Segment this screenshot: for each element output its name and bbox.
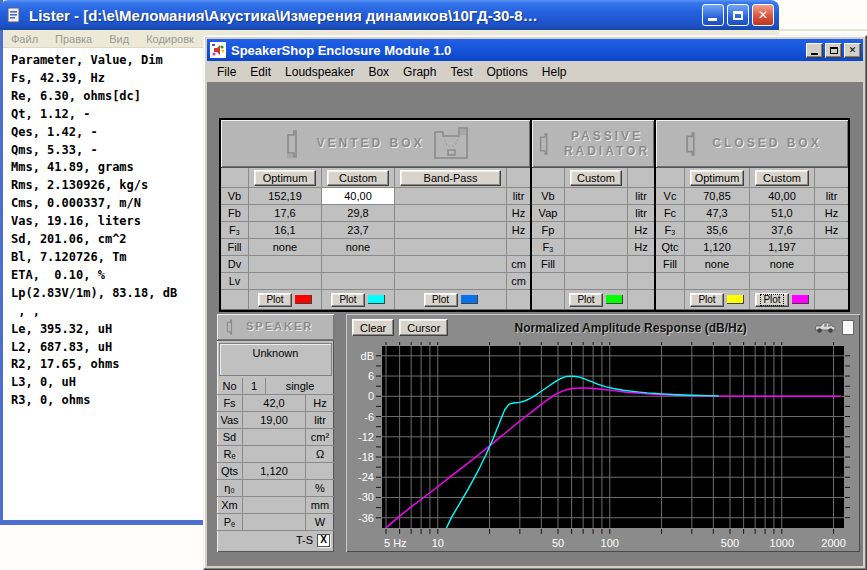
speaker-mode-value[interactable]: single	[266, 378, 334, 394]
graph-option-box[interactable]	[842, 320, 854, 335]
vented-bandpass-lv[interactable]	[395, 273, 506, 289]
vented-custom-fb[interactable]: 29,8	[322, 205, 394, 221]
row-value[interactable]	[243, 429, 306, 445]
plot-row-spacer	[507, 290, 530, 309]
speakershop-menubar: File Edit Loudspeaker Box Graph Test Opt…	[206, 62, 864, 82]
passive-custom-plot-button[interactable]: Plot	[569, 293, 603, 307]
vented-bandpass-dv[interactable]	[395, 256, 506, 272]
vented-custom-f3[interactable]: 23,7	[322, 222, 394, 238]
closed-custom-fill[interactable]: none	[750, 256, 814, 272]
speaker-row-qts: Qts 1,120	[217, 463, 334, 480]
passive-custom-fill[interactable]	[565, 256, 627, 272]
passive-custom-f3[interactable]	[565, 239, 627, 255]
clear-button[interactable]: Clear	[352, 319, 394, 336]
menu-item-graph[interactable]: Graph	[396, 63, 443, 81]
row-unit	[306, 463, 334, 479]
menu-item-edit[interactable]: Edit	[243, 63, 278, 81]
vented-custom-vb-input[interactable]: 40,00	[322, 188, 394, 204]
vented-bandpass-fill[interactable]	[395, 239, 506, 255]
row-value[interactable]: 42,0	[243, 395, 306, 411]
passive-custom-button[interactable]: Custom	[570, 170, 622, 186]
row-label-lv: Lv	[221, 273, 248, 289]
row-label-f3: F₃	[221, 222, 248, 238]
unit-cell: litr	[628, 188, 654, 204]
passive-custom-fp[interactable]	[565, 222, 627, 238]
menu-item-encoding[interactable]: Кодировк	[146, 33, 194, 45]
closed-optimum-fc: 47,3	[685, 205, 749, 221]
lister-titlebar[interactable]: Lister - [d:\e\Меломания\Акустика\Измере…	[0, 0, 779, 30]
cursor-button[interactable]: Cursor	[399, 319, 448, 336]
vented-custom-plot-color	[368, 295, 385, 304]
row-value[interactable]	[243, 446, 306, 462]
lister-minimize-button[interactable]	[702, 4, 724, 26]
menu-item-test[interactable]: Test	[443, 63, 479, 81]
menu-item-box[interactable]: Box	[361, 63, 396, 81]
vented-custom-plot-button[interactable]: Plot	[331, 293, 365, 307]
menu-item-help[interactable]: Help	[535, 63, 574, 81]
menu-item-file[interactable]: File	[210, 63, 243, 81]
closed-custom-button[interactable]: Custom	[755, 170, 809, 186]
vented-bandpass-vb[interactable]	[395, 188, 506, 204]
vented-box-header: VENTED BOX	[221, 120, 530, 168]
closed-optimum-fill[interactable]: none	[685, 256, 749, 272]
plot-row-spacer	[628, 290, 654, 309]
speakershop-titlebar[interactable]: SpeakerShop Enclosure Module 1.0 ✕	[207, 39, 863, 61]
menu-item-edit[interactable]: Правка	[55, 33, 92, 45]
passive-custom-vap[interactable]	[565, 205, 627, 221]
closed-custom-vc[interactable]: 40,00	[750, 188, 814, 204]
vented-optimum-fill[interactable]: none	[249, 239, 321, 255]
speaker-panel: SPEAKER Unknown No 1 single Fs 42,0 Hz V…	[217, 314, 334, 552]
speakershop-minimize-button[interactable]	[806, 43, 823, 58]
svg-text:-24: -24	[358, 471, 374, 483]
passive-custom-vb[interactable]	[565, 188, 627, 204]
row-value[interactable]: 19,00	[243, 412, 306, 428]
row-label: Xm	[217, 497, 243, 513]
closed-custom-plot-button-focused[interactable]: Plot	[755, 293, 789, 307]
row-unit: W	[306, 514, 334, 530]
vented-custom-button[interactable]: Custom	[327, 170, 389, 186]
row-value[interactable]	[243, 514, 306, 530]
vented-bandpass-fb[interactable]	[395, 205, 506, 221]
menu-item-options[interactable]: Options	[479, 63, 534, 81]
vented-custom-fill[interactable]: none	[322, 239, 394, 255]
menu-item-view[interactable]: Вид	[109, 33, 129, 45]
vented-optimum-plot-button[interactable]: Plot	[258, 293, 292, 307]
maximize-icon	[733, 11, 743, 20]
speakershop-window: SpeakerShop Enclosure Module 1.0 ✕ File …	[203, 35, 867, 570]
row-value[interactable]: 1,120	[243, 463, 306, 479]
passive-radiator-table: Custom Vb litr Vap litr Fp Hz F₃ Hz	[532, 168, 654, 310]
unit-header-cell	[815, 168, 848, 187]
closed-custom-fc[interactable]: 51,0	[750, 205, 814, 221]
vented-custom-lv[interactable]	[322, 273, 394, 289]
ts-checkbox[interactable]: X	[317, 534, 330, 547]
unit-cell: cm	[507, 273, 530, 289]
vented-bandpass-plot-button[interactable]: Plot	[424, 293, 458, 307]
lister-maximize-button[interactable]	[727, 4, 749, 26]
speakershop-maximize-button[interactable]	[825, 43, 842, 58]
row-value[interactable]	[243, 497, 306, 513]
row-value[interactable]	[243, 480, 306, 496]
speaker-row-fs: Fs 42,0 Hz	[217, 395, 334, 412]
closed-custom-f3[interactable]: 37,6	[750, 222, 814, 238]
closed-optimum-plot-button[interactable]: Plot	[690, 293, 724, 307]
svg-text:100: 100	[601, 537, 619, 549]
vented-bandpass-f3[interactable]	[395, 222, 506, 238]
row-label-vb: Vb	[221, 188, 248, 204]
speaker-name-box[interactable]: Unknown	[219, 343, 332, 376]
vented-custom-dv[interactable]	[322, 256, 394, 272]
lister-close-button[interactable]: ✕	[752, 4, 774, 26]
menu-item-file[interactable]: Файл	[11, 33, 38, 45]
closed-custom-qtc[interactable]: 1,197	[750, 239, 814, 255]
menu-item-loudspeaker[interactable]: Loudspeaker	[278, 63, 361, 81]
vented-optimum-button[interactable]: Optimum	[254, 170, 316, 186]
speaker-driver-icon	[223, 318, 239, 336]
speakershop-close-button[interactable]: ✕	[844, 43, 861, 58]
row-unit: mm	[306, 497, 334, 513]
closed-box-table: Optimum Custom Vc 70,85 40,00 litr Fc 47…	[656, 168, 848, 310]
ts-row: T-S X	[217, 531, 334, 549]
plot-row-spacer	[656, 290, 684, 309]
speaker-count-value[interactable]: 1	[243, 378, 266, 394]
speakershop-app-icon	[210, 42, 226, 58]
vented-bandpass-button[interactable]: Band-Pass	[400, 170, 501, 186]
closed-optimum-button[interactable]: Optimum	[690, 170, 744, 186]
